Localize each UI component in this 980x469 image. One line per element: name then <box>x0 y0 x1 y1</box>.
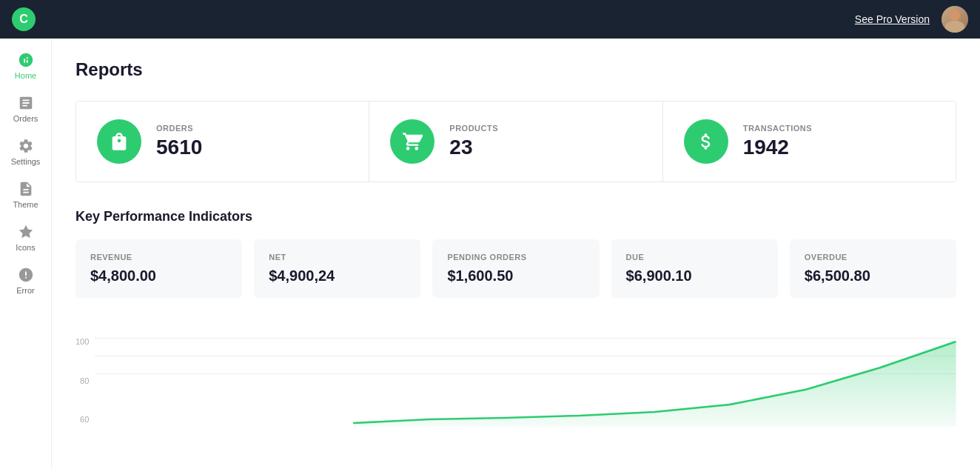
chart-y-label-100: 100 <box>75 338 89 346</box>
app-logo[interactable]: C <box>12 7 36 31</box>
top-nav: C See Pro Version <box>0 0 980 39</box>
sidebar-item-theme[interactable]: Theme <box>0 173 51 216</box>
kpi-card-overdue: OVERDUE $6,500.80 <box>790 239 956 298</box>
chart-svg <box>353 338 956 427</box>
top-nav-right: See Pro Version <box>855 6 968 33</box>
kpi-value-pending: $1,600.50 <box>447 267 584 285</box>
sidebar-label-error: Error <box>16 286 34 295</box>
page-title: Reports <box>75 59 956 80</box>
kpi-card-pending-orders: PENDING ORDERS $1,600.50 <box>432 239 599 298</box>
transactions-stat-info: TRANSACTIONS 1942 <box>743 124 812 159</box>
main-content: Reports ORDERS 5610 <box>52 39 980 469</box>
kpi-value-net: $4,900,24 <box>269 267 406 285</box>
orders-label: ORDERS <box>156 124 202 133</box>
sidebar-item-settings[interactable]: Settings <box>0 130 51 173</box>
chart-y-label-80: 80 <box>75 377 89 385</box>
stat-card-products: PRODUCTS 23 <box>369 102 662 182</box>
kpi-label-pending: PENDING ORDERS <box>447 253 584 262</box>
avatar[interactable] <box>942 6 968 33</box>
sidebar: Home Orders Settings Theme Icons <box>0 39 52 469</box>
kpi-card-revenue: REVENUE $4,800.00 <box>75 239 242 298</box>
kpi-title: Key Performance Indicators <box>75 209 956 224</box>
transactions-value: 1942 <box>743 136 812 159</box>
sidebar-label-home: Home <box>15 71 36 80</box>
transactions-icon-circle <box>684 119 728 164</box>
products-value: 23 <box>449 136 498 159</box>
cart-icon <box>402 131 423 152</box>
orders-icon-circle <box>97 119 141 164</box>
chart-y-label-60: 60 <box>75 416 89 424</box>
sidebar-item-icons[interactable]: Icons <box>0 216 51 259</box>
kpi-label-revenue: REVENUE <box>90 253 227 262</box>
bag-icon <box>109 131 130 152</box>
chart-y-axis: 100 80 60 <box>75 338 89 427</box>
kpi-card-net: NET $4,900,24 <box>254 239 420 298</box>
products-label: PRODUCTS <box>449 124 498 133</box>
orders-value: 5610 <box>156 136 202 159</box>
main-layout: Home Orders Settings Theme Icons <box>0 39 980 469</box>
sidebar-label-orders: Orders <box>13 114 38 123</box>
sidebar-label-icons: Icons <box>16 243 35 252</box>
sidebar-label-theme: Theme <box>13 200 38 209</box>
kpi-label-overdue: OVERDUE <box>805 253 942 262</box>
see-pro-link[interactable]: See Pro Version <box>855 13 930 25</box>
kpi-row: REVENUE $4,800.00 NET $4,900,24 PENDING … <box>75 239 956 298</box>
stat-card-transactions: TRANSACTIONS 1942 <box>663 102 956 182</box>
kpi-value-overdue: $6,500.80 <box>805 267 942 285</box>
dollar-icon <box>696 131 716 152</box>
orders-stat-info: ORDERS 5610 <box>156 124 202 159</box>
stat-card-orders: ORDERS 5610 <box>76 102 369 182</box>
kpi-value-revenue: $4,800.00 <box>90 267 227 285</box>
products-stat-info: PRODUCTS 23 <box>449 124 498 159</box>
sidebar-item-orders[interactable]: Orders <box>0 87 51 130</box>
sidebar-item-error[interactable]: Error <box>0 259 51 302</box>
transactions-label: TRANSACTIONS <box>743 124 812 133</box>
kpi-label-net: NET <box>269 253 406 262</box>
kpi-label-due: DUE <box>626 253 763 262</box>
chart-area: 100 80 60 <box>75 316 956 427</box>
sidebar-item-home[interactable]: Home <box>0 44 51 87</box>
kpi-card-due: DUE $6,900.10 <box>611 239 778 298</box>
sidebar-label-settings: Settings <box>11 157 41 166</box>
products-icon-circle <box>390 119 434 164</box>
chart-canvas <box>95 338 956 427</box>
stats-row: ORDERS 5610 PRODUCTS 23 <box>75 101 956 182</box>
kpi-value-due: $6,900.10 <box>626 267 763 285</box>
